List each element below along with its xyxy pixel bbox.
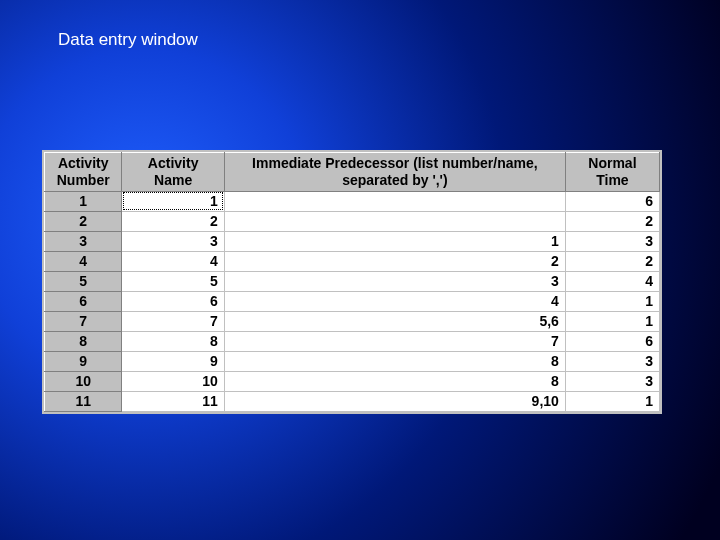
- cell-normal-time[interactable]: 3: [565, 351, 659, 371]
- row-header-activity-number[interactable]: 4: [45, 251, 122, 271]
- cell-immediate-predecessor[interactable]: 1: [224, 231, 565, 251]
- cell-normal-time[interactable]: 3: [565, 371, 659, 391]
- cell-activity-name[interactable]: 6: [122, 291, 225, 311]
- cell-immediate-predecessor[interactable]: 3: [224, 271, 565, 291]
- row-header-activity-number[interactable]: 2: [45, 211, 122, 231]
- cell-normal-time[interactable]: 3: [565, 231, 659, 251]
- cell-immediate-predecessor[interactable]: 4: [224, 291, 565, 311]
- col-header-normal-time[interactable]: NormalTime: [565, 153, 659, 192]
- cell-immediate-predecessor[interactable]: 8: [224, 351, 565, 371]
- col-header-activity-number[interactable]: ActivityNumber: [45, 153, 122, 192]
- row-header-activity-number[interactable]: 1: [45, 191, 122, 211]
- cell-activity-name[interactable]: 10: [122, 371, 225, 391]
- cell-immediate-predecessor[interactable]: 7: [224, 331, 565, 351]
- data-entry-table-container: ActivityNumber ActivityName Immediate Pr…: [42, 150, 662, 414]
- row-header-activity-number[interactable]: 11: [45, 391, 122, 411]
- table-row: 11119,101: [45, 391, 660, 411]
- row-header-activity-number[interactable]: 3: [45, 231, 122, 251]
- cell-normal-time[interactable]: 2: [565, 211, 659, 231]
- cell-normal-time[interactable]: 1: [565, 291, 659, 311]
- cell-immediate-predecessor[interactable]: 2: [224, 251, 565, 271]
- cell-activity-name[interactable]: 9: [122, 351, 225, 371]
- table-row: 3313: [45, 231, 660, 251]
- table-row: 8876: [45, 331, 660, 351]
- col-header-immediate-predecessor[interactable]: Immediate Predecessor (list number/name,…: [224, 153, 565, 192]
- col-header-label: NormalTime: [588, 155, 636, 188]
- row-header-activity-number[interactable]: 9: [45, 351, 122, 371]
- col-header-activity-name[interactable]: ActivityName: [122, 153, 225, 192]
- col-header-label: ActivityNumber: [57, 155, 110, 188]
- row-header-activity-number[interactable]: 6: [45, 291, 122, 311]
- table-row: 116: [45, 191, 660, 211]
- cell-immediate-predecessor[interactable]: 9,10: [224, 391, 565, 411]
- cell-immediate-predecessor[interactable]: [224, 191, 565, 211]
- cell-immediate-predecessor[interactable]: 8: [224, 371, 565, 391]
- row-header-activity-number[interactable]: 7: [45, 311, 122, 331]
- table-row: 4422: [45, 251, 660, 271]
- row-header-activity-number[interactable]: 5: [45, 271, 122, 291]
- cell-immediate-predecessor[interactable]: [224, 211, 565, 231]
- cell-activity-name[interactable]: 11: [122, 391, 225, 411]
- cell-activity-name[interactable]: 5: [122, 271, 225, 291]
- cell-normal-time[interactable]: 6: [565, 191, 659, 211]
- col-header-label: ActivityName: [148, 155, 199, 188]
- cell-activity-name[interactable]: 3: [122, 231, 225, 251]
- table-row: 222: [45, 211, 660, 231]
- cell-normal-time[interactable]: 6: [565, 331, 659, 351]
- cell-activity-name[interactable]: 8: [122, 331, 225, 351]
- cell-normal-time[interactable]: 1: [565, 391, 659, 411]
- cell-normal-time[interactable]: 2: [565, 251, 659, 271]
- cell-activity-name[interactable]: 4: [122, 251, 225, 271]
- table-row: 775,61: [45, 311, 660, 331]
- cell-activity-name[interactable]: 1: [122, 191, 225, 211]
- table-body: 1162223313442255346641775,61887699831010…: [45, 191, 660, 411]
- table-row: 9983: [45, 351, 660, 371]
- data-entry-table[interactable]: ActivityNumber ActivityName Immediate Pr…: [44, 152, 660, 412]
- cell-normal-time[interactable]: 4: [565, 271, 659, 291]
- table-row: 101083: [45, 371, 660, 391]
- cell-normal-time[interactable]: 1: [565, 311, 659, 331]
- cell-immediate-predecessor[interactable]: 5,6: [224, 311, 565, 331]
- table-row: 5534: [45, 271, 660, 291]
- cell-activity-name[interactable]: 2: [122, 211, 225, 231]
- row-header-activity-number[interactable]: 8: [45, 331, 122, 351]
- cell-activity-name[interactable]: 7: [122, 311, 225, 331]
- row-header-activity-number[interactable]: 10: [45, 371, 122, 391]
- page-title: Data entry window: [58, 30, 198, 50]
- col-header-label: Immediate Predecessor (list number/name,…: [252, 155, 538, 188]
- table-row: 6641: [45, 291, 660, 311]
